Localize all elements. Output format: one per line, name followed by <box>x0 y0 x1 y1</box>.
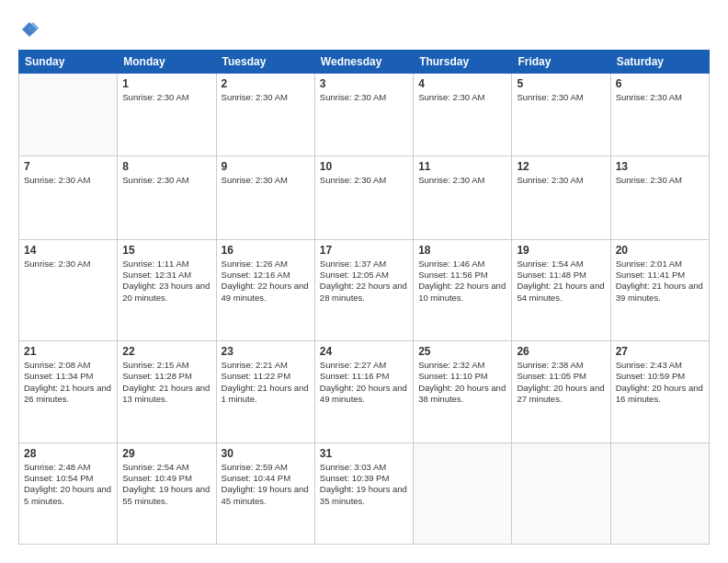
day-info: Sunrise: 2:01 AM Sunset: 11:41 PM Daylig… <box>616 259 704 304</box>
day-cell: 9Sunrise: 2:30 AM <box>216 156 314 239</box>
day-info: Sunrise: 2:30 AM <box>616 92 704 103</box>
col-header-friday: Friday <box>512 51 610 74</box>
day-cell: 6Sunrise: 2:30 AM <box>610 74 709 156</box>
day-number: 28 <box>24 447 112 460</box>
day-number: 5 <box>517 77 605 90</box>
day-info: Sunrise: 2:54 AM Sunset: 10:49 PM Daylig… <box>122 462 210 507</box>
day-number: 3 <box>320 77 408 90</box>
day-cell: 27Sunrise: 2:43 AM Sunset: 10:59 PM Dayl… <box>610 341 709 442</box>
day-info: Sunrise: 2:59 AM Sunset: 10:44 PM Daylig… <box>222 462 310 507</box>
page: SundayMondayTuesdayWednesdayThursdayFrid… <box>0 0 728 563</box>
day-number: 1 <box>122 77 210 90</box>
day-number: 4 <box>418 77 506 90</box>
day-cell: 13Sunrise: 2:30 AM <box>610 156 709 239</box>
day-cell: 18Sunrise: 1:46 AM Sunset: 11:56 PM Dayl… <box>414 239 512 340</box>
day-info: Sunrise: 2:30 AM <box>616 175 704 186</box>
day-number: 25 <box>418 345 506 358</box>
day-info: Sunrise: 2:48 AM Sunset: 10:54 PM Daylig… <box>24 462 112 507</box>
col-header-monday: Monday <box>118 51 216 74</box>
day-info: Sunrise: 1:26 AM Sunset: 12:16 AM Daylig… <box>222 259 310 304</box>
day-cell: 2Sunrise: 2:30 AM <box>216 74 314 156</box>
day-info: Sunrise: 1:11 AM Sunset: 12:31 AM Daylig… <box>122 259 210 304</box>
day-number: 8 <box>122 160 210 173</box>
day-cell: 14Sunrise: 2:30 AM <box>19 239 118 340</box>
day-cell: 24Sunrise: 2:27 AM Sunset: 11:16 PM Dayl… <box>314 341 413 442</box>
day-number: 24 <box>320 345 408 358</box>
day-info: Sunrise: 2:30 AM <box>517 92 605 103</box>
week-row-3: 14Sunrise: 2:30 AM15Sunrise: 1:11 AM Sun… <box>19 239 710 340</box>
day-cell: 25Sunrise: 2:32 AM Sunset: 11:10 PM Dayl… <box>414 341 512 442</box>
day-cell: 4Sunrise: 2:30 AM <box>414 74 512 156</box>
day-cell: 8Sunrise: 2:30 AM <box>118 156 216 239</box>
week-row-4: 21Sunrise: 2:08 AM Sunset: 11:34 PM Dayl… <box>19 341 710 442</box>
day-cell: 11Sunrise: 2:30 AM <box>414 156 512 239</box>
day-number: 7 <box>24 160 112 173</box>
day-number: 30 <box>222 447 310 460</box>
day-number: 10 <box>320 160 408 173</box>
day-cell: 29Sunrise: 2:54 AM Sunset: 10:49 PM Dayl… <box>118 442 216 544</box>
calendar-table: SundayMondayTuesdayWednesdayThursdayFrid… <box>18 50 710 545</box>
day-cell: 12Sunrise: 2:30 AM <box>512 156 610 239</box>
day-number: 18 <box>418 244 506 257</box>
day-info: Sunrise: 2:30 AM <box>222 92 310 103</box>
day-info: Sunrise: 2:30 AM <box>418 175 506 186</box>
week-row-1: 1Sunrise: 2:30 AM2Sunrise: 2:30 AM3Sunri… <box>19 74 710 156</box>
day-number: 11 <box>418 160 506 173</box>
day-info: Sunrise: 2:38 AM Sunset: 11:05 PM Daylig… <box>517 360 605 405</box>
day-info: Sunrise: 2:27 AM Sunset: 11:16 PM Daylig… <box>320 360 408 405</box>
day-number: 14 <box>24 244 112 257</box>
day-info: Sunrise: 2:15 AM Sunset: 11:28 PM Daylig… <box>122 360 210 405</box>
day-cell: 16Sunrise: 1:26 AM Sunset: 12:16 AM Dayl… <box>216 239 314 340</box>
day-cell: 21Sunrise: 2:08 AM Sunset: 11:34 PM Dayl… <box>19 341 118 442</box>
day-cell: 20Sunrise: 2:01 AM Sunset: 11:41 PM Dayl… <box>610 239 709 340</box>
day-cell: 15Sunrise: 1:11 AM Sunset: 12:31 AM Dayl… <box>118 239 216 340</box>
day-number: 17 <box>320 244 408 257</box>
day-info: Sunrise: 2:21 AM Sunset: 11:22 PM Daylig… <box>222 360 310 405</box>
day-cell: 3Sunrise: 2:30 AM <box>314 74 413 156</box>
day-cell: 17Sunrise: 1:37 AM Sunset: 12:05 AM Dayl… <box>314 239 413 340</box>
day-cell: 10Sunrise: 2:30 AM <box>314 156 413 239</box>
day-number: 29 <box>122 447 210 460</box>
day-cell: 1Sunrise: 2:30 AM <box>118 74 216 156</box>
day-info: Sunrise: 2:30 AM <box>222 175 310 186</box>
day-info: Sunrise: 2:30 AM <box>320 92 408 103</box>
logo <box>18 18 44 40</box>
header <box>18 18 710 40</box>
day-number: 21 <box>24 345 112 358</box>
day-number: 12 <box>517 160 605 173</box>
day-info: Sunrise: 2:08 AM Sunset: 11:34 PM Daylig… <box>24 360 112 405</box>
day-info: Sunrise: 2:30 AM <box>418 92 506 103</box>
day-number: 6 <box>616 77 704 90</box>
day-number: 16 <box>222 244 310 257</box>
day-info: Sunrise: 2:30 AM <box>122 175 210 186</box>
week-row-5: 28Sunrise: 2:48 AM Sunset: 10:54 PM Dayl… <box>19 442 710 544</box>
day-info: Sunrise: 2:30 AM <box>24 259 112 270</box>
day-number: 31 <box>320 447 408 460</box>
day-cell: 23Sunrise: 2:21 AM Sunset: 11:22 PM Dayl… <box>216 341 314 442</box>
col-header-thursday: Thursday <box>414 51 512 74</box>
day-number: 2 <box>222 77 310 90</box>
day-cell: 28Sunrise: 2:48 AM Sunset: 10:54 PM Dayl… <box>19 442 118 544</box>
day-info: Sunrise: 2:30 AM <box>320 175 408 186</box>
day-number: 20 <box>616 244 704 257</box>
col-header-sunday: Sunday <box>19 51 118 74</box>
day-cell <box>610 442 709 544</box>
day-cell: 5Sunrise: 2:30 AM <box>512 74 610 156</box>
calendar-header-row: SundayMondayTuesdayWednesdayThursdayFrid… <box>19 51 710 74</box>
day-number: 19 <box>517 244 605 257</box>
day-number: 9 <box>222 160 310 173</box>
day-info: Sunrise: 2:43 AM Sunset: 10:59 PM Daylig… <box>616 360 704 405</box>
col-header-saturday: Saturday <box>610 51 709 74</box>
day-number: 22 <box>122 345 210 358</box>
day-number: 13 <box>616 160 704 173</box>
day-info: Sunrise: 1:46 AM Sunset: 11:56 PM Daylig… <box>418 259 506 304</box>
day-info: Sunrise: 3:03 AM Sunset: 10:39 PM Daylig… <box>320 462 408 507</box>
day-info: Sunrise: 2:30 AM <box>24 175 112 186</box>
day-info: Sunrise: 2:32 AM Sunset: 11:10 PM Daylig… <box>418 360 506 405</box>
day-number: 27 <box>616 345 704 358</box>
week-row-2: 7Sunrise: 2:30 AM8Sunrise: 2:30 AM9Sunri… <box>19 156 710 239</box>
day-number: 15 <box>122 244 210 257</box>
col-header-tuesday: Tuesday <box>216 51 314 74</box>
day-cell: 30Sunrise: 2:59 AM Sunset: 10:44 PM Dayl… <box>216 442 314 544</box>
day-number: 23 <box>222 345 310 358</box>
